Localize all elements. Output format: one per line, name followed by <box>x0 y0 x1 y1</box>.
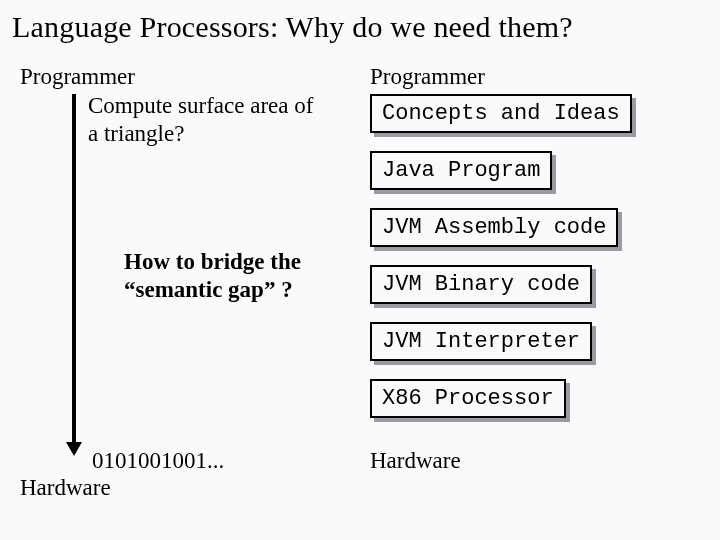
box-concepts: Concepts and Ideas <box>370 94 632 133</box>
box-jvm-assembly: JVM Assembly code <box>370 208 618 247</box>
hardware-label-right: Hardware <box>370 448 700 474</box>
slide-title: Language Processors: Why do we need them… <box>12 10 573 44</box>
bridge-line2: “semantic gap” ? <box>124 277 293 302</box>
question-line2: a triangle? <box>88 121 184 146</box>
semantic-gap-text: How to bridge the “semantic gap” ? <box>124 248 301 303</box>
box-x86-processor: X86 Processor <box>370 379 566 418</box>
hardware-label-left: Hardware <box>20 475 111 501</box>
programmer-label-left: Programmer <box>20 64 360 90</box>
triangle-question: Compute surface area of a triangle? <box>88 92 338 147</box>
right-column: Programmer Concepts and Ideas Java Progr… <box>370 64 700 474</box>
bridge-line1: How to bridge the <box>124 249 301 274</box>
box-java-program: Java Program <box>370 151 552 190</box>
left-column: Programmer Compute surface area of a tri… <box>20 64 360 147</box>
box-jvm-binary: JVM Binary code <box>370 265 592 304</box>
down-arrow-icon <box>72 94 76 454</box>
box-jvm-interpreter: JVM Interpreter <box>370 322 592 361</box>
binary-text: 0101001001... <box>92 448 224 474</box>
programmer-label-right: Programmer <box>370 64 700 90</box>
pipeline-boxes: Concepts and Ideas Java Program JVM Asse… <box>370 94 700 436</box>
question-line1: Compute surface area of <box>88 93 313 118</box>
